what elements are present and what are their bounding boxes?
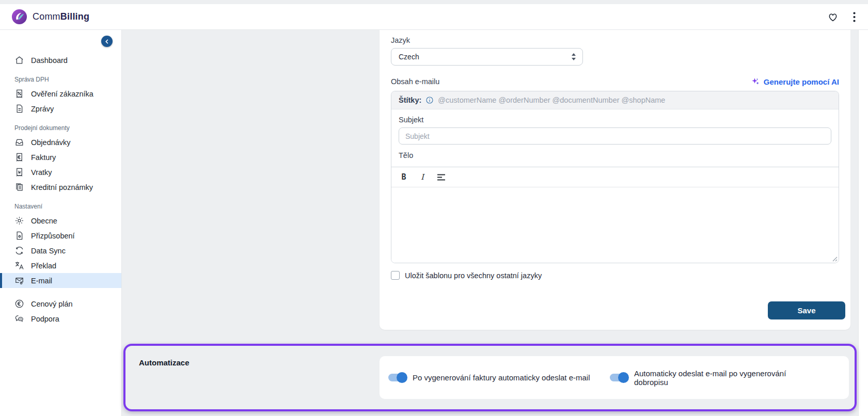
sidebar-item-zpravy[interactable]: Zprávy — [0, 101, 121, 116]
align-left-icon — [437, 174, 446, 181]
inbox-icon — [14, 137, 24, 147]
sidebar-item-preklad[interactable]: Překlad — [0, 258, 121, 273]
receipt-euro-icon — [14, 152, 24, 162]
invoice-email-toggle-label: Po vygenerování faktury automaticky odes… — [413, 373, 590, 382]
documents-copy-icon — [14, 182, 24, 192]
invoice-email-toggle-row: Po vygenerování faktury automaticky odes… — [380, 373, 610, 382]
italic-button[interactable]: I — [415, 170, 430, 184]
document-gear-icon — [14, 231, 24, 241]
creditnote-email-toggle-row: Automaticky odeslat e-mail po vygenerová… — [610, 369, 849, 387]
info-icon[interactable] — [425, 96, 434, 104]
creditnote-email-toggle[interactable] — [610, 374, 627, 381]
sidebar: Dashboard Správa DPH Ověření zákazníka Z… — [0, 30, 122, 416]
brand[interactable]: CommBilling — [11, 9, 89, 25]
rich-text-editor: B I — [391, 167, 839, 263]
sidebar-item-cenovy-plan[interactable]: Cenový plán — [0, 296, 121, 311]
generate-with-ai-button[interactable]: Generujte pomocí AI — [751, 77, 839, 86]
automation-title: Automatizace — [139, 358, 190, 367]
email-template-card: Jazyk Czech Obsah e-mailu Generujte pomo… — [380, 30, 850, 330]
window-top-margin — [0, 0, 868, 4]
sidebar-item-email[interactable]: E-mail — [0, 273, 121, 288]
sidebar-item-dashboard[interactable]: Dashboard — [0, 53, 121, 68]
automation-highlight-section: Automatizace Po vygenerování faktury aut… — [123, 344, 857, 411]
sparkles-icon — [751, 77, 760, 86]
email-body-panel: Štítky: @customerName @orderNumber @docu… — [391, 91, 839, 263]
kebab-menu-icon[interactable] — [853, 12, 856, 22]
right-gutter — [858, 30, 868, 416]
sidebar-item-kreditni-poznamky[interactable]: Kreditní poznámky — [0, 180, 121, 195]
sidebar-item-data-sync[interactable]: Data Sync — [0, 243, 121, 258]
tags-label: Štítky: — [399, 96, 421, 104]
bold-button[interactable]: B — [397, 170, 411, 184]
language-select[interactable]: Czech — [391, 48, 583, 66]
brand-name: CommBilling — [33, 11, 89, 22]
envelope-gear-icon — [14, 276, 24, 285]
sidebar-section-nastaveni: Nastavení — [14, 203, 121, 210]
sidebar-item-podpora[interactable]: Podpora — [0, 311, 121, 326]
resize-gripper-icon[interactable] — [832, 256, 838, 262]
editor-toolbar: B I — [391, 167, 839, 187]
save-all-languages-label: Uložit šablonu pro všechny ostatní jazyk… — [405, 271, 542, 280]
app-header: CommBilling — [0, 4, 868, 30]
tags-text: @customerName @orderNumber @documentNumb… — [438, 96, 665, 104]
document-icon — [14, 104, 24, 114]
creditnote-email-toggle-label: Automaticky odeslat e-mail po vygenerová… — [634, 369, 804, 387]
main-content: Jazyk Czech Obsah e-mailu Generujte pomo… — [122, 30, 858, 416]
sidebar-item-prizpusobeni[interactable]: Přizpůsobení — [0, 228, 121, 243]
align-left-button[interactable] — [434, 170, 448, 184]
sidebar-item-objednavky[interactable]: Objednávky — [0, 135, 121, 150]
subject-input[interactable] — [399, 127, 831, 145]
home-icon — [14, 55, 24, 65]
sidebar-item-obecne[interactable]: Obecne — [0, 213, 121, 228]
receipt-percent-icon — [14, 89, 24, 99]
chat-bubbles-icon — [14, 314, 24, 324]
automation-toggles-card: Po vygenerování faktury automaticky odes… — [380, 356, 849, 399]
tags-row: Štítky: @customerName @orderNumber @docu… — [391, 91, 839, 109]
gear-icon — [14, 216, 24, 226]
sidebar-item-vratky[interactable]: Vratky — [0, 165, 121, 180]
invoice-email-toggle[interactable] — [388, 374, 406, 381]
commbilling-logo-icon — [11, 9, 27, 25]
save-button[interactable]: Save — [768, 301, 845, 319]
translate-icon — [14, 261, 24, 270]
sidebar-item-overeni-zakaznika[interactable]: Ověření zákazníka — [0, 86, 121, 101]
email-content-label: Obsah e-mailu — [391, 77, 439, 86]
favorites-heart-icon[interactable] — [827, 11, 839, 23]
save-all-languages-checkbox[interactable] — [391, 271, 400, 280]
receipt-return-icon — [14, 167, 24, 177]
euro-circle-icon — [14, 299, 24, 309]
language-select-value: Czech — [399, 53, 419, 61]
editor-text-area[interactable] — [391, 187, 839, 263]
sync-icon — [14, 246, 24, 255]
sidebar-section-prodejni-dokumenty: Prodejní dokumenty — [14, 124, 121, 132]
sidebar-item-faktury[interactable]: Faktury — [0, 150, 121, 165]
sidebar-section-sprava-dph: Správa DPH — [14, 76, 121, 83]
language-label: Jazyk — [391, 36, 839, 44]
sidebar-collapse-button[interactable] — [101, 36, 113, 47]
body-label: Tělo — [399, 151, 831, 159]
save-all-languages-row: Uložit šablonu pro všechny ostatní jazyk… — [391, 271, 839, 280]
select-updown-icon — [571, 53, 576, 60]
subject-label: Subjekt — [399, 116, 831, 124]
